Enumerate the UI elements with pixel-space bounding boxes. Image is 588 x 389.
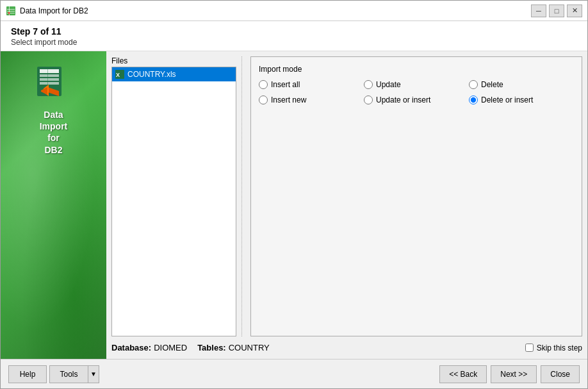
- content-area: Files X COUNTRY.xls: [106, 51, 587, 359]
- tables-value: COUNTRY: [229, 343, 270, 352]
- main-content: Data Import for DB2 Files: [1, 51, 587, 359]
- file-item[interactable]: X COUNTRY.xls: [112, 67, 236, 81]
- skip-step-checkbox[interactable]: [525, 343, 534, 352]
- radio-delete-or-insert[interactable]: Delete or insert: [469, 95, 574, 104]
- help-button[interactable]: Help: [8, 365, 47, 383]
- skip-step-area: Skip this step: [280, 343, 582, 352]
- radio-delete[interactable]: Delete: [469, 80, 574, 89]
- tools-btn-group: Tools ▼: [49, 365, 99, 383]
- main-window: Data Import for DB2 ─ □ ✕ Step 7 of 11 S…: [0, 0, 588, 389]
- sidebar: Data Import for DB2: [1, 51, 106, 359]
- title-bar: Data Import for DB2 ─ □ ✕: [1, 1, 587, 21]
- chevron-down-icon: ▼: [90, 370, 97, 377]
- files-and-import: Files X COUNTRY.xls: [111, 56, 582, 336]
- minimize-button[interactable]: ─: [531, 4, 546, 17]
- svg-rect-11: [47, 69, 48, 85]
- svg-rect-7: [40, 69, 59, 73]
- step-header: Step 7 of 11 Select import mode: [1, 21, 587, 51]
- files-label: Files: [111, 56, 236, 65]
- import-mode-title: Import mode: [259, 65, 574, 74]
- info-row: Database: DIOMED Tables: COUNTRY Skip th…: [111, 342, 582, 354]
- logo-icon: [35, 64, 73, 103]
- import-panel: Import mode Insert all Update Delete: [250, 56, 582, 336]
- radio-update-or-insert-input[interactable]: [364, 95, 373, 104]
- tools-dropdown-button[interactable]: ▼: [88, 365, 99, 383]
- back-button[interactable]: << Back: [439, 365, 487, 383]
- radio-update-input[interactable]: [364, 80, 373, 89]
- window-controls: ─ □ ✕: [531, 4, 582, 17]
- radio-insert-all[interactable]: Insert all: [259, 80, 364, 89]
- radio-delete-input[interactable]: [469, 80, 478, 89]
- close-button[interactable]: Close: [541, 365, 580, 383]
- database-label: Database:: [111, 343, 151, 352]
- radio-insert-new-input[interactable]: [259, 95, 268, 104]
- svg-rect-8: [40, 74, 59, 77]
- file-name: COUNTRY.xls: [127, 70, 176, 79]
- svg-rect-2: [7, 11, 15, 12]
- svg-rect-1: [7, 9, 15, 10]
- database-value: DIOMED: [154, 343, 187, 352]
- tools-button[interactable]: Tools: [49, 365, 88, 383]
- sidebar-logo: Data Import for DB2: [35, 64, 73, 156]
- radio-update[interactable]: Update: [364, 80, 469, 89]
- window-title: Data Import for DB2: [20, 6, 531, 15]
- database-info: Database: DIOMED: [111, 343, 187, 352]
- files-list[interactable]: X COUNTRY.xls: [111, 67, 236, 336]
- step-subtitle: Select import mode: [11, 38, 577, 47]
- next-button[interactable]: Next >>: [491, 365, 537, 383]
- close-window-button[interactable]: ✕: [567, 4, 582, 17]
- excel-file-icon: X: [115, 69, 125, 79]
- radio-delete-or-insert-input[interactable]: [469, 95, 478, 104]
- bottom-right-buttons: << Back Next >> Close: [439, 365, 580, 383]
- maximize-button[interactable]: □: [549, 4, 564, 17]
- svg-rect-9: [40, 78, 59, 81]
- app-icon: [6, 6, 16, 16]
- radio-insert-all-input[interactable]: [259, 80, 268, 89]
- svg-text:X: X: [116, 72, 120, 78]
- step-title: Step 7 of 11: [11, 26, 577, 37]
- radio-update-or-insert[interactable]: Update or insert: [364, 95, 469, 104]
- files-panel: Files X COUNTRY.xls: [111, 56, 236, 336]
- radio-insert-new[interactable]: Insert new: [259, 95, 364, 104]
- sidebar-app-name: Data Import for DB2: [40, 109, 68, 156]
- radio-grid: Insert all Update Delete Insert new: [259, 80, 574, 104]
- bottom-bar: Help Tools ▼ << Back Next >> Close: [1, 359, 587, 388]
- svg-rect-10: [40, 82, 59, 85]
- tables-label: Tables:: [197, 343, 226, 352]
- panel-resizer[interactable]: [241, 56, 245, 336]
- tables-info: Tables: COUNTRY: [197, 343, 270, 352]
- skip-step-label[interactable]: Skip this step: [537, 343, 582, 352]
